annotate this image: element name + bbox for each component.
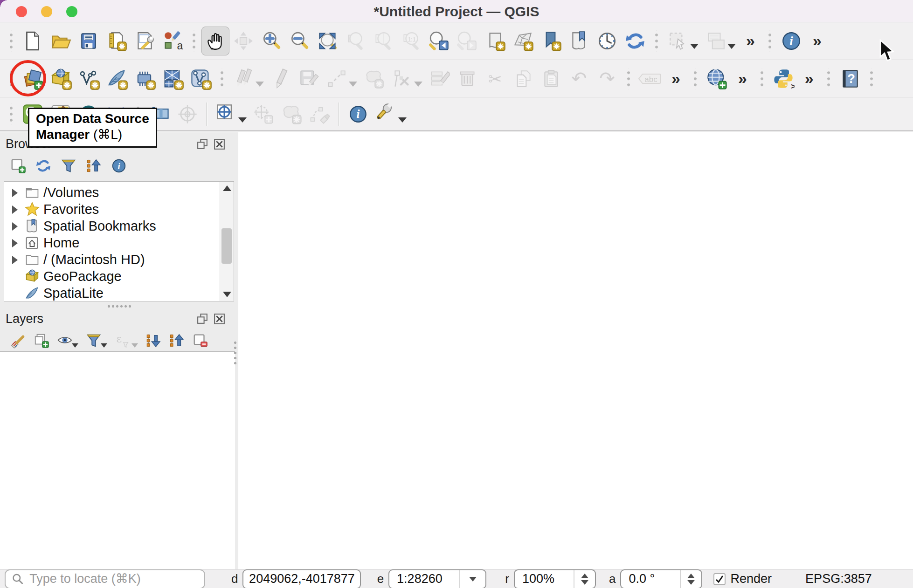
main-splitter-handle[interactable] <box>233 340 238 366</box>
snapping-dropdown[interactable] <box>238 117 247 123</box>
vertex-tool-button[interactable] <box>388 64 416 93</box>
zoom-native-button[interactable]: 1:1 <box>397 27 425 55</box>
select-features-button[interactable] <box>664 27 692 55</box>
zoom-to-selection-button[interactable] <box>341 27 369 55</box>
new-scratch-layer-button[interactable] <box>131 64 159 93</box>
style-manager-button[interactable]: a <box>159 27 187 55</box>
add-group-button[interactable] <box>34 333 49 349</box>
new-mesh-layer-button[interactable] <box>159 64 187 93</box>
toolbar-drag-handle[interactable] <box>692 68 699 89</box>
zoom-full-button[interactable] <box>313 27 341 55</box>
spinner-buttons[interactable] <box>574 570 595 588</box>
show-layout-manager-button[interactable] <box>131 27 159 55</box>
browser-properties-button[interactable]: i <box>111 158 127 174</box>
expander-icon[interactable] <box>9 252 21 267</box>
delete-selected-button[interactable] <box>453 64 481 93</box>
paste-features-button[interactable] <box>537 64 565 93</box>
expander-icon[interactable] <box>9 219 21 234</box>
toggle-editing-button[interactable] <box>267 64 295 93</box>
browser-scrollbar[interactable] <box>220 182 234 301</box>
modify-attributes-button[interactable] <box>425 64 453 93</box>
toolbar-drag-handle[interactable] <box>8 103 14 125</box>
expander-icon[interactable] <box>9 185 21 200</box>
tree-item-geopackage[interactable]: GeoPackage <box>4 268 234 285</box>
python-console-button[interactable]: > <box>769 64 797 93</box>
expression-dropdown[interactable] <box>131 343 138 348</box>
expand-all-button[interactable] <box>145 333 161 349</box>
coordinate-field[interactable]: 2049062,-4017877 <box>242 569 361 588</box>
show-spatial-bookmarks-button[interactable] <box>565 27 593 55</box>
spinner-buttons[interactable] <box>680 570 701 588</box>
metasearch-button[interactable] <box>703 64 731 93</box>
layers-list[interactable] <box>0 351 235 569</box>
new-gpx-layer-button[interactable] <box>187 64 214 93</box>
toolbar-overflow-button[interactable]: » <box>738 69 747 88</box>
toolbar-overflow-button[interactable]: » <box>746 32 755 50</box>
float-panel-button[interactable] <box>196 138 209 150</box>
new-map-view-button[interactable] <box>481 27 509 55</box>
zoom-last-button[interactable] <box>425 27 453 55</box>
tree-item-spatialite[interactable]: SpatiaLite <box>4 285 234 301</box>
close-panel-button[interactable] <box>213 138 226 150</box>
redo-button[interactable]: ↷ <box>593 64 621 93</box>
settings-dropdown[interactable] <box>398 117 407 123</box>
zoom-in-button[interactable] <box>257 27 285 55</box>
filter-legend-button[interactable] <box>86 333 107 349</box>
panel-splitter-handle[interactable] <box>107 304 131 309</box>
refresh-browser-button[interactable] <box>35 158 51 174</box>
new-geopackage-layer-button[interactable] <box>47 64 75 93</box>
tree-item-spatial-bookmarks[interactable]: Spatial Bookmarks <box>4 218 234 234</box>
plugin-settings-button[interactable] <box>372 100 400 129</box>
toolbar-drag-handle[interactable] <box>625 68 632 89</box>
scroll-up-button[interactable] <box>220 182 234 195</box>
map-canvas[interactable] <box>238 132 913 569</box>
remove-layer-button[interactable] <box>192 333 208 349</box>
tree-item-favorites[interactable]: Favorites <box>4 201 234 218</box>
open-layer-styling-button[interactable] <box>10 333 26 349</box>
expander-icon[interactable] <box>9 235 21 251</box>
save-project-button[interactable] <box>75 27 103 55</box>
filter-legend-dropdown[interactable] <box>101 343 107 348</box>
new-shapefile-layer-button[interactable] <box>75 64 103 93</box>
expander-icon[interactable] <box>9 202 21 217</box>
zoom-out-button[interactable] <box>285 27 313 55</box>
toolbar-drag-handle[interactable] <box>759 68 765 89</box>
rotation-spinbox[interactable]: 0.0 ° <box>620 569 702 588</box>
current-edits-button[interactable] <box>229 64 257 93</box>
shape-digitizing-button[interactable] <box>277 100 305 129</box>
copy-features-button[interactable] <box>509 64 537 93</box>
layer-labeling-button[interactable]: abc <box>636 64 664 93</box>
toolbar-drag-handle[interactable] <box>825 68 832 89</box>
add-polygon-feature-button[interactable] <box>360 64 388 93</box>
toolbar-drag-handle[interactable] <box>868 68 875 89</box>
toolbar-overflow-button[interactable]: » <box>813 32 822 50</box>
filter-by-expression-button[interactable]: ε <box>115 333 138 349</box>
collapse-browser-tree-button[interactable] <box>86 158 102 174</box>
zoom-to-layer-button[interactable] <box>369 27 397 55</box>
filter-browser-button[interactable] <box>61 158 76 174</box>
new-3d-map-view-button[interactable] <box>509 27 537 55</box>
toolbar-drag-handle[interactable] <box>191 30 197 52</box>
pan-to-selection-button[interactable] <box>229 27 257 55</box>
add-crosshair-button[interactable] <box>249 100 277 129</box>
collapse-all-button[interactable] <box>169 333 185 349</box>
cut-features-button[interactable]: ✂ <box>481 64 509 93</box>
identify-features-button[interactable]: i <box>777 27 805 55</box>
plugin-info-button[interactable]: i <box>344 100 372 129</box>
current-edits-dropdown[interactable] <box>256 82 264 87</box>
toolbar-drag-handle[interactable] <box>8 30 14 52</box>
crs-status[interactable]: EPSG:3857 <box>805 572 872 586</box>
new-spatialite-layer-button[interactable] <box>103 64 131 93</box>
render-checkbox[interactable] <box>713 573 726 585</box>
georeferencer-button[interactable] <box>173 100 201 129</box>
pan-map-button[interactable] <box>201 27 229 55</box>
tree-item-home[interactable]: Home <box>4 234 234 251</box>
tree-item-volumes[interactable]: /Volumes <box>4 184 234 201</box>
save-layer-edits-button[interactable] <box>295 64 323 93</box>
themes-dropdown[interactable] <box>72 343 78 348</box>
zoom-next-button[interactable] <box>453 27 481 55</box>
open-project-button[interactable] <box>47 27 75 55</box>
toolbar-overflow-button[interactable]: » <box>671 69 680 88</box>
digitize-dropdown[interactable] <box>349 82 357 87</box>
magnifier-spinbox[interactable]: 100% <box>514 569 596 588</box>
